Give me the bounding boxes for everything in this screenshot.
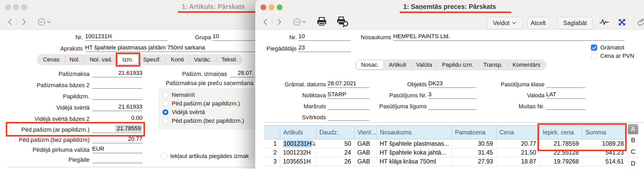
cell-daudz[interactable]: 26 — [316, 157, 354, 166]
cost-field-p-d-j-pirkuma-val-ta[interactable]: EUR — [92, 146, 142, 153]
cost-field-pa-izmaksa[interactable]: 21.61933 — [92, 70, 142, 77]
cell-empty[interactable] — [376, 166, 452, 169]
tab-transp[interactable]: Transp. — [479, 60, 507, 69]
flip-tab-a[interactable]: A — [628, 124, 638, 134]
print-icon[interactable] — [315, 17, 328, 27]
field-noliktava[interactable]: STARP — [327, 92, 369, 99]
checkbox-unchecked-icon[interactable] — [161, 153, 167, 159]
field-sv-trkods[interactable] — [327, 114, 369, 121]
cell-iepirk-cena[interactable]: 22.55128 — [539, 148, 582, 157]
cell-empty[interactable] — [582, 166, 627, 169]
column-header-daudz[interactable]: Daudz. — [316, 126, 354, 139]
cell-rownum[interactable]: 3 — [264, 157, 280, 166]
cell-vien[interactable]: GAB — [354, 157, 376, 166]
radio-option-p-d-pa-izm-bez-papildizm[interactable]: Pēd.pašizm.(bez papildizm.) — [163, 117, 244, 125]
tab-nosac[interactable]: Nosac. — [356, 60, 384, 69]
back-icon[interactable] — [261, 18, 270, 26]
cell-artikuls[interactable]: 1001231H — [280, 139, 316, 148]
cell-artikuls[interactable]: 1001232H — [280, 148, 316, 157]
cell-cena[interactable]: 18.87 — [496, 157, 539, 166]
cell-pamatcena[interactable]: 30.59 — [452, 139, 496, 148]
tab-izm[interactable]: Izm. — [118, 55, 138, 64]
cell-artikuls[interactable]: 1035651H — [280, 157, 316, 166]
cell-summa[interactable]: 1089.28 — [582, 139, 627, 148]
cell-daudz[interactable]: 50 — [316, 139, 354, 148]
cost-field-p-d-pa-izm-ar-papildizm[interactable]: 21.78559 — [92, 126, 142, 133]
expand-icon[interactable] — [617, 18, 627, 26]
include-delivery-checkbox[interactable]: Iekļaut artikula piegādes izmak — [161, 153, 249, 160]
cell-empty[interactable] — [280, 166, 316, 169]
flip-tab-d[interactable]: D — [628, 157, 638, 169]
tab-val-ta[interactable]: Valūta — [412, 60, 437, 69]
tab-papildu-izm[interactable]: Papildu izm. — [437, 60, 478, 69]
cell-daudz[interactable]: 24 — [316, 148, 354, 157]
nosaukums-field[interactable]: HEMPEL PAINTS Ltd. — [393, 33, 624, 41]
column-header-artikuls[interactable]: Artikuls — [280, 126, 316, 139]
cell-nosaukums[interactable]: HT klāja krāsa 750ml — [376, 157, 452, 166]
field-pas-t-jums-nr[interactable]: 3 — [428, 92, 476, 99]
activity-icon[interactable] — [598, 18, 610, 26]
cell-pamatcena[interactable]: 31.45 — [452, 148, 496, 157]
nr-field[interactable]: 1001231H — [85, 33, 168, 41]
cell-iepirk-cena[interactable]: 19.79268 — [539, 157, 582, 166]
cell-cena[interactable]: 21.50 — [496, 148, 539, 157]
tab-vari-c[interactable]: Variāc. — [189, 55, 216, 64]
magnifier-icon[interactable] — [310, 141, 316, 147]
field-gr-mat-datums[interactable]: 28.07.2021 — [327, 81, 369, 88]
column-header-vien[interactable]: Vienī... — [354, 126, 376, 139]
column-header-iepirk-cena[interactable]: Iepirk. cena — [539, 126, 582, 139]
radio-option-p-d-pa-izm-ar-papildizm[interactable]: Pēd.pašizm.(ar papildizm.) — [163, 100, 240, 107]
column-header-cena[interactable]: Cena — [496, 126, 539, 139]
field-pas-t-juma-l-gums[interactable] — [428, 103, 476, 110]
cell-empty[interactable] — [452, 166, 496, 169]
cell-nosaukums[interactable]: HT špahtele koka jahtā... — [376, 148, 452, 157]
cell-nosaukums[interactable]: HT špahtele plastmasas... — [376, 139, 452, 148]
tab-konti[interactable]: Konti — [166, 55, 188, 64]
cell-pamatcena[interactable]: 27.93 — [452, 157, 496, 166]
cancel-button[interactable]: Atcelt — [527, 17, 549, 29]
column-header-nosaukums[interactable]: Nosaukums — [376, 126, 452, 139]
checkbox-unchecked-icon[interactable] — [591, 53, 597, 59]
field-objekts[interactable]: DK23 — [428, 81, 476, 88]
radio-icon[interactable] — [163, 118, 168, 124]
tab-cenas[interactable]: Cenas — [38, 55, 64, 64]
paperclip-icon[interactable] — [636, 17, 644, 27]
checkbox-checked-icon[interactable] — [591, 44, 597, 51]
cell-empty[interactable] — [264, 166, 280, 169]
tab-koment-rs[interactable]: Komentārs — [508, 60, 545, 69]
cell-summa[interactable]: 514.61 — [582, 157, 627, 166]
radio-option-nemain-t[interactable]: Nemainīt — [163, 91, 195, 99]
piegadatajs-field[interactable]: 23 — [298, 45, 351, 52]
tab-nol[interactable]: Nol. — [65, 55, 85, 64]
tab-artikuli[interactable]: Artikuli — [384, 60, 411, 69]
cell-summa[interactable]: 541.23 — [582, 148, 627, 157]
cell-rownum[interactable]: 2 — [264, 148, 280, 157]
radio-icon[interactable] — [163, 101, 168, 106]
column-header-pamatcena[interactable]: Pamatcena — [452, 126, 496, 139]
flip-tab-b[interactable]: B — [628, 134, 638, 146]
field-valoda[interactable]: LAT — [546, 92, 585, 99]
column-header-summa[interactable]: Summa — [582, 126, 627, 139]
forward-icon[interactable] — [275, 18, 284, 26]
cell-vien[interactable]: GAB — [354, 139, 376, 148]
cell-vien[interactable]: GAB — [354, 148, 376, 157]
cost-field-pieg-de[interactable] — [92, 156, 142, 163]
cost-field-vid-j-sv-rt[interactable]: 21.61933 — [92, 104, 142, 111]
tab-nol-vad[interactable]: Nol. vad. — [85, 55, 117, 64]
flip-tab-c[interactable]: C — [628, 146, 638, 157]
cell-rownum[interactable]: 1 — [264, 139, 280, 148]
radio-icon[interactable] — [163, 92, 168, 98]
back-icon[interactable] — [6, 18, 15, 26]
cost-field-p-d-pa-izm-bez-papildizm[interactable]: 20.77 — [92, 136, 142, 143]
create-button[interactable]: Veidot — [487, 17, 522, 29]
cell-empty[interactable] — [316, 166, 354, 169]
more-menu-icon[interactable] — [37, 18, 52, 26]
cell-empty[interactable] — [496, 166, 539, 169]
cell-cena[interactable]: 20.77 — [496, 139, 539, 148]
save-button[interactable]: Saglabāt — [557, 17, 593, 29]
tab-specif[interactable]: Specif. — [138, 55, 165, 64]
print-preview-icon[interactable] — [335, 16, 350, 27]
gramatot-checkbox[interactable]: Grāmatot — [591, 44, 624, 51]
field-muitas-nr[interactable] — [546, 103, 585, 110]
cell-iepirk-cena[interactable]: 21.78559 — [539, 139, 582, 148]
